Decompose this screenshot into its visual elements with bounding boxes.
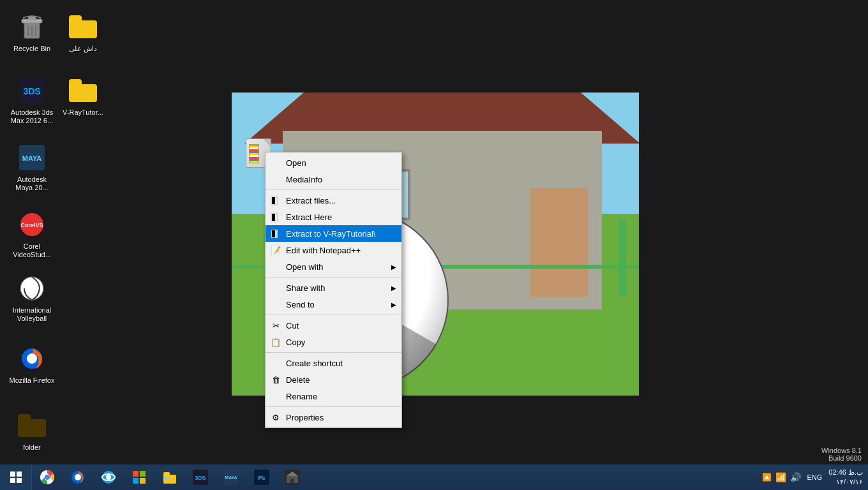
- desktop-icon-folder[interactable]: folder: [6, 405, 57, 457]
- ctx-copy-label: Copy: [286, 338, 305, 347]
- ctx-open-with-label: Open with: [286, 262, 324, 272]
- volleyball-label: International Volleyball: [9, 306, 55, 323]
- ctx-separator-4: [266, 352, 401, 353]
- taskbar-explorer[interactable]: [154, 464, 185, 490]
- corel-icon: CorelVS: [17, 209, 47, 240]
- svg-rect-19: [272, 214, 275, 221]
- share-with-icon: [269, 282, 282, 293]
- svg-rect-36: [140, 478, 146, 484]
- ctx-separator-3: [266, 315, 401, 315]
- clock-time: 02:46 ب.ظ: [828, 468, 863, 477]
- tray-volume-icon: 🔊: [790, 472, 801, 482]
- ctx-cut[interactable]: ✂ Cut: [266, 317, 401, 334]
- extract-files-icon: [269, 195, 282, 206]
- copy-icon: 📋: [269, 336, 282, 348]
- ctx-extract-to[interactable]: Extract to V-RayTutorial\: [266, 225, 401, 242]
- desktop-icon-recycle-bin[interactable]: Recycle Bin: [6, 6, 57, 58]
- extract-here-icon: [269, 211, 282, 223]
- recycle-bin-label: Recycle Bin: [13, 45, 50, 53]
- desktop-icon-corel[interactable]: CorelVS Corel VideoStud...: [6, 204, 57, 264]
- ctx-properties[interactable]: ⚙ Properties: [266, 409, 401, 426]
- svg-rect-17: [272, 197, 275, 204]
- taskbar-clock: 02:46 ب.ظ ۱۴/۰۷/۱۶: [828, 468, 863, 487]
- ctx-send-to[interactable]: Send to: [266, 296, 401, 313]
- 3dsmax-label: Autodesk 3ds Max 2012 6...: [9, 108, 55, 125]
- maya-icon: MAYA: [17, 142, 47, 173]
- os-name: Windows 8.1: [821, 447, 862, 454]
- svg-rect-38: [163, 472, 170, 476]
- ctx-open-with[interactable]: Open with: [266, 258, 401, 275]
- folder-label: folder: [23, 443, 41, 452]
- scene-pipe: [618, 220, 626, 297]
- ctx-share-with-label: Share with: [286, 283, 325, 293]
- desktop-icon-maya[interactable]: MAYA Autodesk Maya 20...: [6, 137, 57, 197]
- taskbar-renderer[interactable]: [277, 464, 308, 490]
- desktop: Recycle Bin داش على 3DS Autodesk 3ds Max…: [0, 0, 868, 490]
- taskbar-chrome[interactable]: [32, 464, 63, 490]
- taskbar: 3DS MAYA Ps: [0, 464, 868, 490]
- taskbar-photoshop[interactable]: Ps: [246, 464, 277, 490]
- taskbar-store[interactable]: [124, 464, 154, 490]
- open-with-icon: [269, 261, 282, 272]
- ctx-share-with[interactable]: Share with: [266, 279, 401, 296]
- svg-point-15: [27, 353, 37, 364]
- desktop-icon-firefox[interactable]: Mozilla Firefox: [6, 338, 57, 390]
- desktop-icon-dashe-ali[interactable]: داش على: [57, 6, 108, 58]
- ctx-extract-files-label: Extract files...: [286, 196, 336, 205]
- svg-text:MAYA: MAYA: [225, 475, 237, 480]
- corel-label: Corel VideoStud...: [9, 242, 55, 259]
- ctx-rename[interactable]: Rename: [266, 388, 401, 405]
- send-to-icon: [269, 299, 282, 310]
- svg-point-32: [106, 475, 111, 480]
- svg-rect-35: [133, 478, 138, 484]
- dashe-ali-icon: [68, 11, 98, 42]
- svg-rect-24: [10, 478, 15, 483]
- cut-icon: ✂: [269, 320, 282, 331]
- ctx-cut-label: Cut: [286, 321, 299, 330]
- extract-to-icon: [269, 228, 282, 239]
- svg-rect-2: [28, 17, 36, 20]
- tray-network-icon: 📶: [775, 472, 786, 482]
- ctx-mediainfo-label: MediaInfo: [286, 175, 322, 184]
- svg-rect-34: [140, 471, 146, 477]
- svg-text:3DS: 3DS: [23, 86, 40, 96]
- ctx-create-shortcut[interactable]: Create shortcut: [266, 355, 401, 371]
- ctx-extract-to-label: Extract to V-RayTutorial\: [286, 229, 375, 239]
- taskbar-autodesk[interactable]: 3DS: [185, 464, 216, 490]
- tray-arrow-icon[interactable]: 🔼: [762, 473, 772, 482]
- taskbar-firefox[interactable]: [63, 464, 93, 490]
- mediainfo-icon: [269, 174, 282, 185]
- volleyball-icon: [17, 273, 47, 304]
- svg-rect-22: [10, 471, 15, 477]
- ctx-open-label: Open: [286, 158, 306, 168]
- ctx-delete[interactable]: 🗑 Delete: [266, 371, 401, 388]
- desktop-icon-vray[interactable]: V-RayTutor...: [57, 70, 108, 122]
- vray-label: V-RayTutor...: [63, 108, 103, 117]
- context-menu: Open MediaInfo Extract files...: [265, 152, 402, 428]
- svg-point-29: [75, 474, 81, 480]
- ctx-rename-label: Rename: [286, 392, 317, 401]
- ctx-edit-notepad[interactable]: 📝 Edit with Notepad++: [266, 242, 401, 258]
- ctx-extract-files[interactable]: Extract files...: [266, 192, 401, 209]
- clock-date: ۱۴/۰۷/۱۶: [828, 477, 863, 487]
- svg-point-27: [45, 475, 50, 480]
- taskbar-maya[interactable]: MAYA: [216, 464, 246, 490]
- desktop-icon-3dsmax[interactable]: 3DS Autodesk 3ds Max 2012 6...: [6, 70, 57, 130]
- taskbar-ie[interactable]: [93, 464, 124, 490]
- dashe-ali-label: داش على: [69, 45, 97, 53]
- svg-rect-39: [164, 477, 168, 480]
- ctx-separator-5: [266, 406, 401, 407]
- ctx-copy[interactable]: 📋 Copy: [266, 334, 401, 350]
- delete-icon: 🗑: [269, 374, 282, 385]
- ctx-extract-here[interactable]: Extract Here: [266, 209, 401, 225]
- svg-text:Ps: Ps: [258, 475, 265, 481]
- firefox-label: Mozilla Firefox: [10, 376, 55, 385]
- start-button[interactable]: [0, 464, 32, 490]
- recycle-bin-icon: [17, 11, 47, 42]
- ctx-open[interactable]: Open: [266, 154, 401, 171]
- firefox-icon: [17, 343, 47, 374]
- svg-rect-33: [133, 471, 138, 477]
- desktop-icon-intl-volleyball[interactable]: International Volleyball: [6, 268, 57, 328]
- ctx-separator-2: [266, 277, 401, 278]
- ctx-mediainfo[interactable]: MediaInfo: [266, 171, 401, 188]
